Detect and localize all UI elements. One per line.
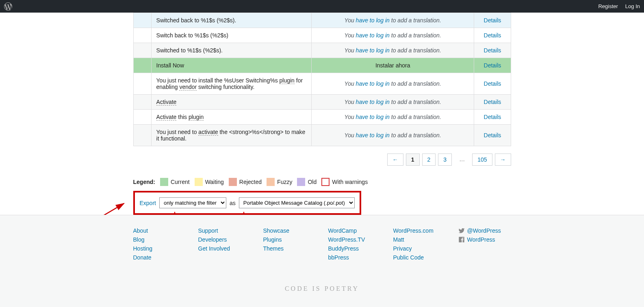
details-cell: Details	[474, 28, 511, 43]
footer-link[interactable]: WordCamp	[328, 227, 381, 234]
table-row: You just need to install the %sUser Swit…	[133, 73, 511, 95]
login-to-translate-link[interactable]: have to log in	[356, 80, 390, 87]
footer-link[interactable]: Get Involved	[198, 245, 251, 252]
footer-link[interactable]: Hosting	[133, 245, 186, 252]
footer-link[interactable]: WordPress.com	[393, 227, 446, 234]
translation-cell: You have to log in to add a translation.	[311, 28, 474, 43]
login-link[interactable]: Log In	[625, 3, 640, 9]
translation-cell: You have to log in to add a translation.	[311, 43, 474, 58]
legend-old: Old	[297, 178, 317, 186]
details-link[interactable]: Details	[484, 17, 501, 24]
admin-bar: Register Log In	[0, 0, 644, 13]
details-link[interactable]: Details	[484, 47, 501, 54]
export-as-label: as	[230, 200, 236, 206]
details-cell: Details	[474, 110, 511, 125]
footer-col-4: WordCampWordPress.TVBuddyPressbbPress	[328, 227, 381, 261]
login-to-translate-link[interactable]: have to log in	[356, 32, 390, 39]
export-controls: Export only matching the filter as Porta…	[135, 192, 360, 213]
login-to-translate-link[interactable]: have to log in	[356, 17, 390, 24]
page-last[interactable]: 105	[472, 154, 492, 166]
export-format-select[interactable]: Portable Object Message Catalog (.po/.po…	[239, 197, 355, 208]
footer-col-3: ShowcasePluginsThemes	[263, 227, 316, 261]
source-cell: Switch back to %1$s (%2$s)	[151, 28, 311, 43]
page-next[interactable]: →	[495, 154, 511, 166]
translation-cell: You have to log in to add a translation.	[311, 110, 474, 125]
footer-link[interactable]: bbPress	[328, 254, 381, 261]
footer-col-social: @WordPressWordPress	[458, 227, 511, 261]
footer-link[interactable]: Public Code	[393, 254, 446, 261]
table-row: You just need to activate the <strong>%s…	[133, 125, 511, 146]
translation-cell: You have to log in to add a translation.	[311, 13, 474, 28]
priority-cell	[133, 73, 151, 95]
priority-cell	[133, 125, 151, 146]
footer: AboutBlogHostingDonate SupportDevelopers…	[0, 215, 644, 307]
legend-label: Legend:	[133, 179, 155, 185]
register-link[interactable]: Register	[598, 3, 618, 9]
page-3[interactable]: 3	[438, 154, 452, 166]
translation-cell: You have to log in to add a translation.	[311, 73, 474, 95]
footer-link[interactable]: Donate	[133, 254, 186, 261]
priority-cell	[133, 110, 151, 125]
page-dots: …	[454, 154, 470, 166]
details-cell: Details	[474, 125, 511, 146]
export-filter-select[interactable]: only matching the filter	[159, 197, 226, 208]
details-link[interactable]: Details	[484, 114, 501, 120]
details-link[interactable]: Details	[484, 80, 501, 87]
details-link[interactable]: Details	[484, 62, 501, 69]
footer-link[interactable]: Plugins	[263, 236, 316, 243]
table-row: Activate this pluginYou have to log in t…	[133, 110, 511, 125]
footer-link[interactable]: BuddyPress	[328, 245, 381, 252]
page-prev[interactable]: ←	[387, 154, 403, 166]
social-link[interactable]: @WordPress	[458, 227, 511, 234]
source-cell: Activate	[151, 95, 311, 110]
export-link[interactable]: Export	[140, 200, 156, 206]
translation-cell: You have to log in to add a translation.	[311, 95, 474, 110]
priority-cell	[133, 95, 151, 110]
source-cell: You just need to install the %sUser Swit…	[151, 73, 311, 95]
tagline: Code is Poetry	[0, 285, 644, 292]
login-to-translate-link[interactable]: have to log in	[356, 99, 390, 105]
translation-cell: Instalar ahora	[311, 58, 474, 73]
footer-link[interactable]: Blog	[133, 236, 186, 243]
legend-current: Current	[160, 178, 190, 186]
footer-link[interactable]: Themes	[263, 245, 316, 252]
login-to-translate-link[interactable]: have to log in	[356, 132, 390, 138]
details-cell: Details	[474, 43, 511, 58]
source-cell: Install Now	[151, 58, 311, 73]
wordpress-logo-icon[interactable]	[4, 2, 12, 11]
details-cell: Details	[474, 13, 511, 28]
login-to-translate-link[interactable]: have to log in	[356, 114, 390, 120]
page-2[interactable]: 2	[422, 154, 436, 166]
footer-link[interactable]: Privacy	[393, 245, 446, 252]
pagination: ← 1 2 3 … 105 →	[133, 154, 511, 166]
facebook-icon	[458, 236, 465, 243]
table-row: Switch back to %1$s (%2$s)You have to lo…	[133, 28, 511, 43]
details-link[interactable]: Details	[484, 32, 501, 39]
priority-cell	[133, 13, 151, 28]
legend-waiting: Waiting	[195, 178, 224, 186]
priority-cell	[133, 43, 151, 58]
footer-link[interactable]: Support	[198, 227, 251, 234]
priority-cell	[133, 58, 151, 73]
details-link[interactable]: Details	[484, 132, 501, 138]
footer-col-5: WordPress.comMattPrivacyPublic Code	[393, 227, 446, 261]
footer-link[interactable]: WordPress.TV	[328, 236, 381, 243]
footer-link[interactable]: Matt	[393, 236, 446, 243]
priority-cell	[133, 28, 151, 43]
social-link[interactable]: WordPress	[458, 236, 511, 243]
legend-rejected: Rejected	[229, 178, 262, 186]
details-link[interactable]: Details	[484, 99, 501, 105]
source-cell: Activate this plugin	[151, 110, 311, 125]
legend: Legend: Current Waiting Rejected Fuzzy O…	[133, 178, 511, 186]
footer-link[interactable]: Developers	[198, 236, 251, 243]
footer-link[interactable]: About	[133, 227, 186, 234]
export-annotation-box: Export only matching the filter as Porta…	[133, 191, 361, 215]
details-cell: Details	[474, 58, 511, 73]
translation-cell: You have to log in to add a translation.	[311, 125, 474, 146]
footer-link[interactable]: Showcase	[263, 227, 316, 234]
translations-table: Switched back to %1$s (%2$s).You have to…	[133, 13, 511, 146]
login-to-translate-link[interactable]: have to log in	[356, 47, 390, 54]
table-row: Install NowInstalar ahoraDetails	[133, 58, 511, 73]
legend-warnings: With warnings	[321, 178, 368, 186]
table-row: Switched back to %1$s (%2$s).You have to…	[133, 13, 511, 28]
